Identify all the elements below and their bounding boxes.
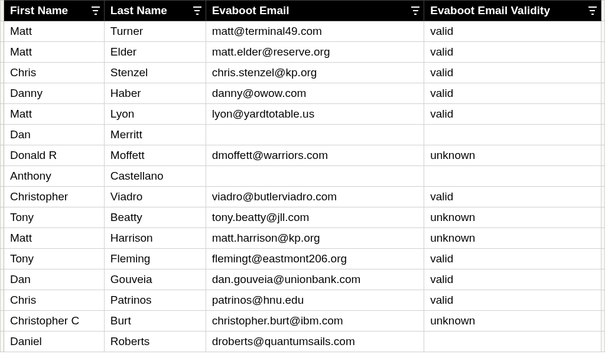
cell-email[interactable]: dmoffett@warriors.com bbox=[206, 145, 424, 166]
cell-first-name[interactable]: Matt bbox=[4, 42, 104, 63]
cell-email[interactable]: chris.stenzel@kp.org bbox=[206, 63, 424, 83]
cell-last-name[interactable]: Fleming bbox=[104, 249, 206, 269]
column-gutter-right bbox=[601, 145, 604, 166]
cell-validity[interactable]: valid bbox=[424, 104, 601, 125]
cell-last-name[interactable]: Gouveia bbox=[104, 269, 206, 290]
column-header-label: Last Name bbox=[110, 4, 167, 17]
column-gutter-right bbox=[601, 187, 604, 207]
cell-validity[interactable]: valid bbox=[424, 290, 601, 311]
table-row[interactable]: MattEldermatt.elder@reserve.orgvalid bbox=[1, 42, 605, 63]
table-row[interactable]: ChrisStenzelchris.stenzel@kp.orgvalid bbox=[1, 63, 605, 83]
table-row[interactable]: Donald RMoffettdmoffett@warriors.comunkn… bbox=[1, 145, 605, 166]
cell-email[interactable]: viadro@butlerviadro.com bbox=[206, 187, 424, 207]
table-row[interactable]: DanMerritt bbox=[1, 125, 605, 145]
cell-last-name[interactable]: Roberts bbox=[104, 332, 206, 352]
cell-first-name[interactable]: Tony bbox=[4, 207, 104, 228]
cell-first-name[interactable]: Daniel bbox=[4, 332, 104, 352]
column-header-validity[interactable]: Evaboot Email Validity bbox=[424, 1, 601, 21]
cell-first-name[interactable]: Matt bbox=[4, 104, 104, 125]
cell-last-name[interactable]: Castellano bbox=[104, 166, 206, 187]
cell-email[interactable]: matt.elder@reserve.org bbox=[206, 42, 424, 63]
cell-email[interactable]: droberts@quantumsails.com bbox=[206, 332, 424, 352]
table-row[interactable]: MattTurnermatt@terminal49.comvalid bbox=[1, 21, 605, 42]
cell-first-name[interactable]: Matt bbox=[4, 21, 104, 42]
spreadsheet-table: First Name Last Name Evaboot Email Evabo… bbox=[0, 0, 605, 352]
cell-email[interactable] bbox=[206, 125, 424, 145]
cell-last-name[interactable]: Viadro bbox=[104, 187, 206, 207]
column-gutter-right bbox=[601, 83, 604, 104]
column-gutter-right bbox=[601, 207, 604, 228]
table-row[interactable]: MattLyonlyon@yardtotable.usvalid bbox=[1, 104, 605, 125]
cell-validity[interactable]: valid bbox=[424, 83, 601, 104]
table-row[interactable]: ChristopherViadroviadro@butlerviadro.com… bbox=[1, 187, 605, 207]
cell-first-name[interactable]: Christopher C bbox=[4, 311, 104, 332]
filter-icon[interactable] bbox=[91, 6, 100, 15]
table-row[interactable]: MattHarrisonmatt.harrison@kp.orgunknown bbox=[1, 228, 605, 249]
cell-validity[interactable]: unknown bbox=[424, 311, 601, 332]
cell-last-name[interactable]: Stenzel bbox=[104, 63, 206, 83]
cell-last-name[interactable]: Turner bbox=[104, 21, 206, 42]
table-row[interactable]: TonyFlemingflemingt@eastmont206.orgvalid bbox=[1, 249, 605, 269]
cell-validity[interactable]: valid bbox=[424, 42, 601, 63]
column-header-first-name[interactable]: First Name bbox=[4, 1, 104, 21]
cell-first-name[interactable]: Chris bbox=[4, 63, 104, 83]
cell-email[interactable]: christopher.burt@ibm.com bbox=[206, 311, 424, 332]
column-header-last-name[interactable]: Last Name bbox=[104, 1, 206, 21]
cell-first-name[interactable]: Matt bbox=[4, 228, 104, 249]
cell-email[interactable]: patrinos@hnu.edu bbox=[206, 290, 424, 311]
cell-email[interactable] bbox=[206, 166, 424, 187]
cell-email[interactable]: dan.gouveia@unionbank.com bbox=[206, 269, 424, 290]
cell-first-name[interactable]: Christopher bbox=[4, 187, 104, 207]
column-gutter-right bbox=[601, 104, 604, 125]
filter-icon[interactable] bbox=[588, 6, 597, 15]
cell-email[interactable]: matt@terminal49.com bbox=[206, 21, 424, 42]
cell-last-name[interactable]: Patrinos bbox=[104, 290, 206, 311]
cell-validity[interactable] bbox=[424, 332, 601, 352]
cell-validity[interactable] bbox=[424, 166, 601, 187]
column-gutter-right bbox=[601, 1, 604, 21]
cell-first-name[interactable]: Tony bbox=[4, 249, 104, 269]
cell-validity[interactable]: valid bbox=[424, 269, 601, 290]
cell-last-name[interactable]: Beatty bbox=[104, 207, 206, 228]
cell-validity[interactable]: unknown bbox=[424, 228, 601, 249]
cell-last-name[interactable]: Burt bbox=[104, 311, 206, 332]
column-gutter-right bbox=[601, 63, 604, 83]
cell-first-name[interactable]: Donald R bbox=[4, 145, 104, 166]
cell-first-name[interactable]: Dan bbox=[4, 269, 104, 290]
cell-validity[interactable]: valid bbox=[424, 249, 601, 269]
table-row[interactable]: DanielRobertsdroberts@quantumsails.com bbox=[1, 332, 605, 352]
cell-last-name[interactable]: Lyon bbox=[104, 104, 206, 125]
cell-validity[interactable]: valid bbox=[424, 63, 601, 83]
cell-validity[interactable]: valid bbox=[424, 187, 601, 207]
table-row[interactable]: DannyHaberdanny@owow.comvalid bbox=[1, 83, 605, 104]
cell-validity[interactable]: unknown bbox=[424, 145, 601, 166]
cell-email[interactable]: lyon@yardtotable.us bbox=[206, 104, 424, 125]
cell-first-name[interactable]: Anthony bbox=[4, 166, 104, 187]
cell-last-name[interactable]: Elder bbox=[104, 42, 206, 63]
cell-validity[interactable]: valid bbox=[424, 21, 601, 42]
table-row[interactable]: ChrisPatrinospatrinos@hnu.eduvalid bbox=[1, 290, 605, 311]
column-gutter-right bbox=[601, 228, 604, 249]
cell-last-name[interactable]: Moffett bbox=[104, 145, 206, 166]
cell-first-name[interactable]: Chris bbox=[4, 290, 104, 311]
cell-last-name[interactable]: Haber bbox=[104, 83, 206, 104]
table-row[interactable]: Christopher CBurtchristopher.burt@ibm.co… bbox=[1, 311, 605, 332]
filter-icon[interactable] bbox=[411, 6, 420, 15]
cell-last-name[interactable]: Merritt bbox=[104, 125, 206, 145]
cell-first-name[interactable]: Dan bbox=[4, 125, 104, 145]
cell-email[interactable]: tony.beatty@jll.com bbox=[206, 207, 424, 228]
column-header-email[interactable]: Evaboot Email bbox=[206, 1, 424, 21]
cell-email[interactable]: matt.harrison@kp.org bbox=[206, 228, 424, 249]
cell-last-name[interactable]: Harrison bbox=[104, 228, 206, 249]
column-gutter-right bbox=[601, 269, 604, 290]
table-row[interactable]: AnthonyCastellano bbox=[1, 166, 605, 187]
table-row[interactable]: TonyBeattytony.beatty@jll.comunknown bbox=[1, 207, 605, 228]
cell-email[interactable]: danny@owow.com bbox=[206, 83, 424, 104]
cell-first-name[interactable]: Danny bbox=[4, 83, 104, 104]
column-header-label: Evaboot Email bbox=[212, 4, 290, 17]
cell-validity[interactable] bbox=[424, 125, 601, 145]
filter-icon[interactable] bbox=[193, 6, 202, 15]
cell-email[interactable]: flemingt@eastmont206.org bbox=[206, 249, 424, 269]
cell-validity[interactable]: unknown bbox=[424, 207, 601, 228]
table-row[interactable]: DanGouveiadan.gouveia@unionbank.comvalid bbox=[1, 269, 605, 290]
